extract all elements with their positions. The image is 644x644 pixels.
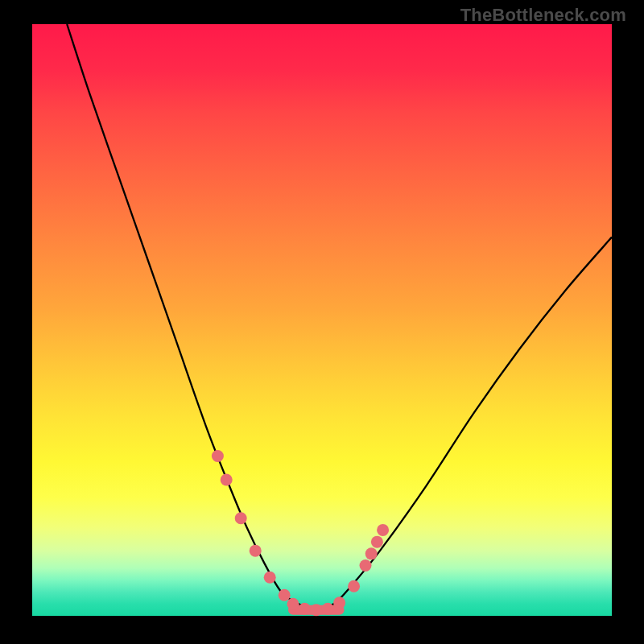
data-marker (365, 547, 378, 559)
data-marker (279, 589, 291, 601)
data-marker (212, 450, 224, 462)
data-marker (264, 572, 276, 584)
data-marker (360, 559, 372, 572)
watermark-label: TheBottleneck.com (460, 5, 626, 26)
bottleneck-curve (67, 24, 612, 610)
chart-svg (32, 24, 612, 616)
data-marker (287, 598, 299, 610)
data-marker (371, 536, 383, 548)
data-marker (221, 473, 233, 485)
data-marker (333, 597, 345, 609)
data-marker (377, 524, 389, 536)
data-marker (322, 603, 334, 615)
plot-area (32, 24, 612, 616)
data-marker (348, 580, 360, 592)
data-marker (250, 545, 262, 557)
data-marker (299, 603, 311, 615)
data-marker (310, 604, 322, 616)
chart-container: TheBottleneck.com (0, 0, 644, 644)
data-marker (235, 512, 247, 524)
